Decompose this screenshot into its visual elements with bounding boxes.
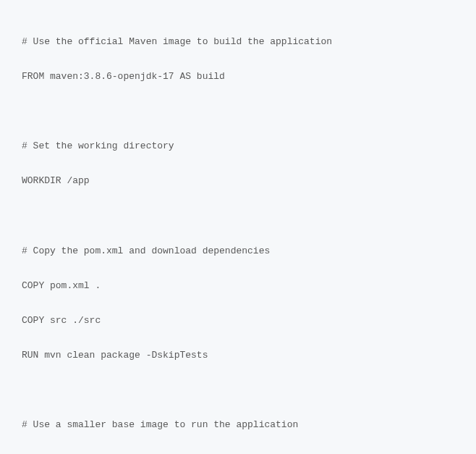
code-line: COPY src ./src (22, 312, 454, 329)
code-line: # Copy the pom.xml and download dependen… (22, 243, 454, 260)
dockerfile-code-block: # Use the official Maven image to build … (22, 16, 454, 454)
code-line: COPY pom.xml . (22, 277, 454, 295)
code-line (22, 208, 454, 225)
code-line: FROM openjdk:17-jdk-slim (22, 451, 454, 454)
code-line (22, 103, 454, 120)
code-line: # Use a smaller base image to run the ap… (22, 416, 454, 434)
code-line: RUN mvn clean package -DskipTests (22, 347, 454, 364)
code-line: WORKDIR /app (22, 172, 454, 190)
code-line: # Set the working directory (22, 138, 454, 155)
code-line: # Use the official Maven image to build … (22, 33, 454, 51)
code-line: FROM maven:3.8.6-openjdk-17 AS build (22, 68, 454, 85)
code-line (22, 382, 454, 399)
